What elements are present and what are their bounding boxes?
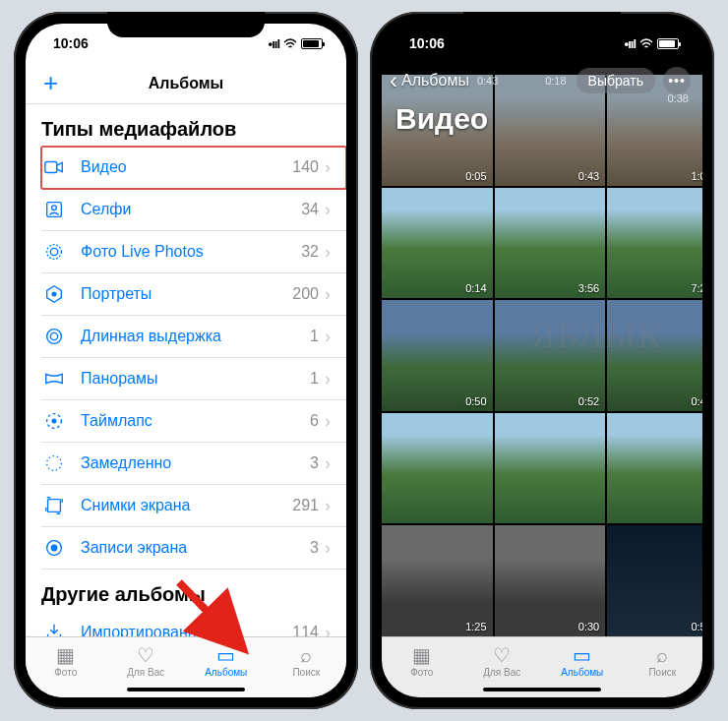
list-label: Панорамы <box>81 370 310 388</box>
notch <box>463 12 621 37</box>
select-button[interactable]: Выбрать <box>576 68 655 93</box>
thumb-top-duration: 0:43 <box>477 75 498 87</box>
chevron-right-icon: › <box>325 453 331 474</box>
list-item-screenrec[interactable]: Записи экрана 3 › <box>41 527 346 570</box>
selfie-icon <box>26 199 67 220</box>
tab-albums[interactable]: ▭ Альбомы <box>542 637 623 686</box>
list-item-video[interactable]: Видео 140 › <box>41 147 346 189</box>
svg-point-7 <box>47 330 62 344</box>
tab-label: Альбомы <box>205 667 247 678</box>
tab-photos[interactable]: ▦ Фото <box>26 637 106 686</box>
video-thumbnail[interactable] <box>382 413 493 524</box>
svg-point-14 <box>51 545 57 551</box>
albums-list: Типы медиафайлов Видео 140 › Селфи 34 › … <box>26 104 346 636</box>
video-thumbnail[interactable]: 0:49 <box>607 300 702 411</box>
list-item-selfie[interactable]: Селфи 34 › <box>41 189 346 231</box>
video-thumbnail[interactable]: 0:52 <box>607 525 702 636</box>
video-thumbnail[interactable]: 7:27 <box>607 188 702 299</box>
screenrec-icon <box>26 537 67 559</box>
video-thumbnail[interactable] <box>607 413 702 524</box>
thumbnail-duration: 0:05 <box>465 170 486 182</box>
list-label: Таймлапс <box>81 412 310 430</box>
svg-point-3 <box>50 248 57 255</box>
video-thumbnail[interactable]: 0:50 <box>382 300 493 411</box>
video-thumbnail[interactable]: 0:52 <box>495 300 606 411</box>
list-label: Фото Live Photos <box>81 243 301 261</box>
video-icon <box>26 156 67 178</box>
home-indicator[interactable] <box>127 688 245 691</box>
list-count: 200 <box>292 285 319 303</box>
video-thumbnail[interactable]: 1:25 <box>382 525 493 636</box>
thumbnail-duration: 7:27 <box>691 282 702 294</box>
tab-foryou[interactable]: ♡ Для Вас <box>462 637 543 686</box>
list-label: Портреты <box>81 285 292 303</box>
chevron-right-icon: › <box>325 200 331 220</box>
svg-point-6 <box>50 332 57 339</box>
list-item-portraits[interactable]: Портреты 200 › <box>41 273 346 316</box>
list-item-screenshots[interactable]: Снимки экрана 291 › <box>41 485 346 527</box>
list-item-panoramas[interactable]: Панорамы 1 › <box>41 358 346 400</box>
list-item-timelapse[interactable]: Таймлапс 6 › <box>41 400 346 443</box>
add-button[interactable]: + <box>43 68 58 98</box>
list-label: Записи экрана <box>81 539 310 557</box>
home-indicator[interactable] <box>483 688 601 691</box>
back-button[interactable]: ‹ Альбомы <box>390 67 469 94</box>
foryou-icon: ♡ <box>493 645 511 665</box>
svg-point-5 <box>52 292 56 296</box>
list-label: Видео <box>81 158 292 176</box>
tab-search[interactable]: ⌕ Поиск <box>267 637 347 686</box>
thumbnail-duration: 0:49 <box>691 395 702 407</box>
thumbnail-duration: 0:30 <box>578 621 599 632</box>
panorama-icon <box>26 368 67 390</box>
list-count: 1 <box>310 328 319 345</box>
nav-title: Альбомы <box>149 75 224 92</box>
tab-albums[interactable]: ▭ Альбомы <box>186 637 267 686</box>
thumbnail-duration: 0:43 <box>578 170 599 182</box>
back-label: Альбомы <box>401 72 469 90</box>
list-count: 140 <box>292 158 319 176</box>
wifi-icon <box>283 38 297 49</box>
chevron-right-icon: › <box>325 327 331 347</box>
nav-bar: + Альбомы <box>26 63 346 104</box>
svg-point-9 <box>52 419 56 423</box>
wifi-icon <box>639 38 653 49</box>
livephoto-icon <box>26 241 67 263</box>
list-item-slowmo[interactable]: Замедленно 3 › <box>41 443 346 485</box>
svg-point-2 <box>52 206 57 210</box>
list-count: 34 <box>301 201 319 218</box>
thumb-top-duration: 0:18 <box>545 75 566 87</box>
page-title: Видео <box>382 98 702 146</box>
video-thumbnail[interactable] <box>495 413 606 524</box>
list-count: 291 <box>292 497 319 514</box>
chevron-right-icon: › <box>325 538 331 559</box>
albums-icon: ▭ <box>216 645 235 665</box>
chevron-right-icon: › <box>325 284 331 305</box>
more-button[interactable]: ••• <box>663 67 691 94</box>
svg-point-4 <box>47 245 62 260</box>
search-icon: ⌕ <box>656 645 668 665</box>
list-item-longexposure[interactable]: Длинная выдержка 1 › <box>41 316 346 358</box>
tab-search[interactable]: ⌕ Поиск <box>623 637 703 686</box>
status-time: 10:06 <box>409 35 445 51</box>
list-item-imported[interactable]: Импортированные 114 › <box>41 612 346 636</box>
section-header-media-types: Типы медиафайлов <box>26 104 346 147</box>
list-count: 3 <box>310 454 319 472</box>
video-thumbnail[interactable]: 0:14 <box>382 188 493 299</box>
longexposure-icon <box>26 326 67 347</box>
tab-foryou[interactable]: ♡ Для Вас <box>106 637 187 686</box>
slowmo-icon <box>26 452 67 474</box>
chevron-right-icon: › <box>325 623 331 637</box>
photos-icon: ▦ <box>412 645 431 665</box>
tab-photos[interactable]: ▦ Фото <box>382 637 462 686</box>
chevron-right-icon: › <box>325 242 331 263</box>
video-grid[interactable]: 0:050:431:090:143:567:270:500:520:491:25… <box>382 75 702 636</box>
video-thumbnail[interactable]: 0:30 <box>495 525 606 636</box>
chevron-right-icon: › <box>325 496 331 516</box>
status-time: 10:06 <box>53 35 89 51</box>
list-item-livephotos[interactable]: Фото Live Photos 32 › <box>41 231 346 273</box>
video-thumbnail[interactable]: 3:56 <box>495 188 606 299</box>
list-count: 114 <box>292 624 319 636</box>
thumbnail-duration: 3:56 <box>578 282 599 294</box>
signal-icon <box>269 35 279 51</box>
section-header-other: Другие альбомы <box>26 570 346 612</box>
